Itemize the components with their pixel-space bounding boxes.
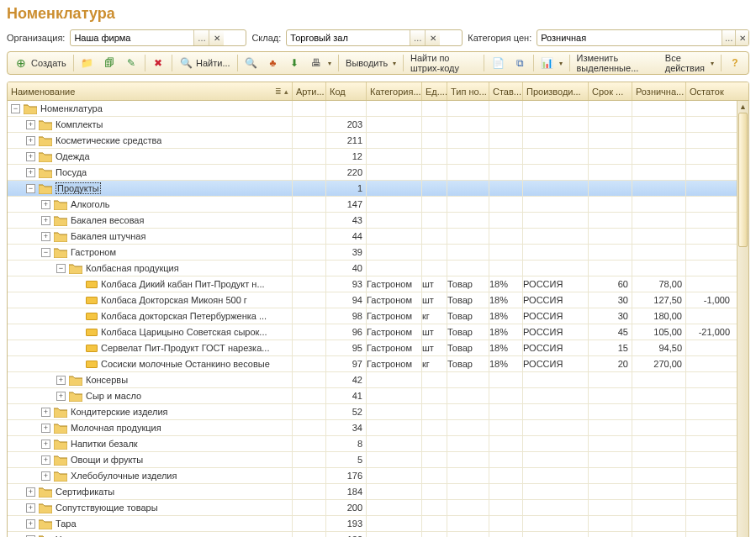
edit-button[interactable]: ✎ — [121, 54, 141, 72]
expand-icon[interactable]: + — [26, 487, 35, 497]
move-button[interactable]: ⬇ — [284, 54, 304, 72]
collapse-icon[interactable]: − — [56, 264, 66, 273]
arrow-down-icon: ⬇ — [288, 56, 301, 70]
pc-clear-button[interactable]: ✕ — [735, 30, 748, 45]
table-row[interactable]: −Колбасная продукция40 — [8, 261, 748, 276]
table-row[interactable]: +Посуда220 — [8, 165, 748, 181]
table-row[interactable]: Сервелат Пит-Продукт ГОСТ нарезка...95Га… — [8, 340, 748, 356]
expand-icon[interactable]: + — [26, 152, 35, 161]
output-button[interactable]: Выводить ▾ — [342, 54, 399, 72]
table-row[interactable]: Колбаса докторская Петербурженка ...98Га… — [8, 308, 748, 324]
action2-button[interactable]: ⧉ — [510, 54, 530, 72]
copy-button[interactable]: 🗐 — [99, 54, 119, 72]
org-input[interactable] — [71, 30, 193, 45]
hierarchy-button[interactable]: ♣ — [262, 54, 283, 72]
vertical-scrollbar[interactable]: ▲ ▼ — [737, 101, 748, 537]
table-row[interactable]: +Тара193 — [8, 516, 748, 532]
expand-icon[interactable]: + — [41, 424, 50, 433]
col-rem-header[interactable]: Остаток — [686, 82, 733, 100]
col-unit-header[interactable]: Ед.... — [422, 82, 447, 100]
expand-icon[interactable]: + — [26, 503, 35, 513]
expand-icon[interactable]: + — [26, 136, 35, 145]
col-rate-header[interactable]: Став... — [489, 82, 523, 100]
expand-icon[interactable]: + — [41, 200, 50, 209]
all-actions-button[interactable]: Все действия ▾ — [662, 54, 717, 72]
table-row[interactable]: −Номенклатура — [8, 101, 748, 117]
col-art-header[interactable]: Арти... — [293, 82, 326, 100]
wh-select-button[interactable]: … — [410, 30, 425, 45]
table-row[interactable]: Колбаса Царицыно Советская сырок...96Гас… — [8, 324, 748, 340]
table-row[interactable]: +Хлебобулочные изделия176 — [8, 468, 748, 484]
wh-input[interactable] — [287, 30, 410, 45]
table-row[interactable]: Колбаса Дикий кабан Пит-Продукт н...93Га… — [8, 276, 748, 292]
table-row[interactable]: +Сыр и масло41 — [8, 388, 748, 404]
scroll-up-icon[interactable]: ▲ — [737, 101, 748, 113]
expand-icon[interactable]: + — [26, 168, 35, 177]
report-button[interactable]: 📊▾ — [537, 54, 566, 72]
find-barcode-button[interactable]: Найти по штрих-коду — [407, 54, 480, 72]
cell-art — [293, 117, 326, 132]
help-button[interactable]: ? — [725, 54, 745, 72]
cell-prod — [523, 181, 589, 196]
table-row[interactable]: +Бакалея весовая43 — [8, 213, 748, 229]
table-row[interactable]: +Напитки безалк8 — [8, 436, 748, 452]
delete-button[interactable]: ✖ — [148, 54, 168, 72]
org-clear-button[interactable]: ✕ — [209, 30, 224, 45]
print-button[interactable]: 🖶▾ — [306, 54, 335, 72]
table-row[interactable]: Колбаса Докторская Микоян 500 г94Гастрон… — [8, 292, 748, 308]
expand-icon[interactable]: + — [41, 216, 50, 225]
cell-unit — [422, 101, 447, 116]
collapse-icon[interactable]: − — [11, 104, 20, 113]
expand-icon[interactable]: + — [41, 455, 50, 465]
cell-rem — [686, 197, 733, 212]
col-name-header[interactable]: Наименование≣ ▴ — [8, 82, 293, 100]
scroll-track[interactable] — [737, 113, 748, 534]
expand-icon[interactable]: + — [56, 376, 66, 385]
collapse-icon[interactable]: − — [26, 184, 35, 193]
table-row[interactable]: +Услуги132 — [8, 532, 748, 537]
org-select-button[interactable]: … — [193, 30, 209, 45]
expand-icon[interactable]: + — [26, 120, 35, 129]
col-prod-header[interactable]: Производи... — [523, 82, 589, 100]
table-row[interactable]: −Продукты1 — [8, 181, 748, 197]
scroll-thumb[interactable] — [738, 113, 748, 247]
find-button[interactable]: 🔍 Найти... — [176, 54, 234, 72]
table-row[interactable]: Сосиски молочные Останкино весовые97Гаст… — [8, 356, 748, 372]
new-folder-button[interactable]: 📁 — [77, 54, 98, 72]
create-button[interactable]: ⊕ Создать — [11, 54, 70, 72]
table-row[interactable]: +Кондитерские изделия52 — [8, 404, 748, 420]
collapse-icon[interactable]: − — [41, 248, 50, 257]
col-cat-header[interactable]: Категория... — [367, 82, 422, 100]
cell-unit — [422, 181, 447, 196]
change-selected-button[interactable]: Изменить выделенные... — [574, 54, 658, 72]
cell-shelf — [589, 197, 632, 212]
separator — [484, 55, 484, 71]
table-row[interactable]: +Сопутствующие товары200 — [8, 500, 748, 516]
table-row[interactable]: +Алкоголь147 — [8, 197, 748, 213]
col-type-header[interactable]: Тип но... — [447, 82, 489, 100]
table-row[interactable]: +Бакалея штучная44 — [8, 229, 748, 245]
action1-button[interactable]: 📄 — [488, 54, 508, 72]
table-row[interactable]: +Консервы42 — [8, 372, 748, 388]
col-price-header[interactable]: Рознична... — [632, 82, 686, 100]
table-row[interactable]: −Гастроном39 — [8, 245, 748, 261]
expand-icon[interactable]: + — [41, 471, 50, 481]
pc-input[interactable] — [537, 30, 722, 45]
pc-select-button[interactable]: … — [722, 30, 735, 45]
expand-icon[interactable]: + — [41, 232, 50, 241]
name-cell: +Тара — [8, 516, 293, 531]
expand-icon[interactable]: + — [41, 408, 50, 417]
cancel-search-button[interactable]: 🔍 — [241, 54, 261, 72]
table-row[interactable]: +Косметические средства211 — [8, 133, 748, 149]
table-row[interactable]: +Комплекты203 — [8, 117, 748, 133]
expand-icon[interactable]: + — [56, 392, 66, 401]
table-row[interactable]: +Молочная продукция34 — [8, 420, 748, 436]
expand-icon[interactable]: + — [26, 519, 35, 529]
col-shelf-header[interactable]: Срок ... — [589, 82, 632, 100]
col-code-header[interactable]: Код — [326, 82, 367, 100]
expand-icon[interactable]: + — [41, 440, 50, 449]
table-row[interactable]: +Одежда12 — [8, 149, 748, 165]
table-row[interactable]: +Овощи и фрукты5 — [8, 452, 748, 468]
wh-clear-button[interactable]: ✕ — [425, 30, 440, 45]
table-row[interactable]: +Сертификаты184 — [8, 484, 748, 500]
